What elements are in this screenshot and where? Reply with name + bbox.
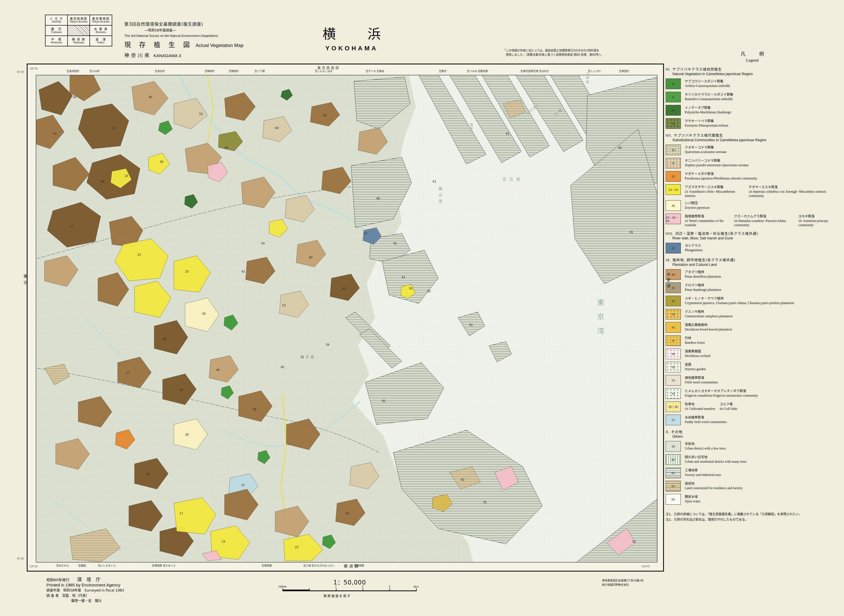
index-cell: 富 津Futtsu	[90, 36, 112, 46]
legend-swatch: 23・24	[666, 184, 681, 195]
vegetation-code-number: 61	[618, 146, 622, 150]
index-cell-name-jp: 平 塚	[51, 38, 62, 41]
edge-label-top: 至小山町	[90, 69, 100, 73]
legend-entry: 22ヤダケーメダケ群落Pseudosasa japonica-Pleioblas…	[666, 171, 839, 182]
legend-section: VII. ヤブツバキクラス域代償植生Substitutional Communi…	[666, 132, 839, 227]
legend-code-number: 45	[672, 326, 675, 329]
legend-name-latin: 24Imperata cylindrica var. koenigii- Mis…	[749, 189, 839, 198]
edge-label-bottom: 至にしかまくら	[98, 564, 116, 567]
legend-name-jp: 畑地雑草群落	[685, 375, 718, 380]
legend-sub-number: 25	[685, 219, 688, 223]
legend-name-jp: イノデータブ群集	[685, 105, 731, 110]
legend-name-latin: Paddy-field weed communities	[685, 420, 727, 424]
legend-entry-text: シバ群団Zoysion japonicae	[685, 200, 709, 210]
legend-name-latin: Pinus thunbergii plantation	[685, 288, 721, 292]
vegetation-code-number: 45	[345, 512, 349, 515]
legend-code-number: 61	[672, 471, 675, 475]
legend-name-jp: マサキートベラ群集	[685, 119, 728, 123]
agency-name-jp: 環 境 庁	[77, 577, 102, 582]
legend-name-jp: 開放水域	[685, 494, 700, 499]
edge-label-top: 至長津田町	[67, 69, 79, 73]
vegetation-code-number: 63	[427, 290, 431, 293]
vegetation-code-number: 16	[101, 180, 104, 183]
legend-swatch: 10	[666, 105, 681, 116]
legend-name-latin: Erigeron canadensis-Erigeron sumatrensis…	[685, 393, 758, 397]
legend-name-jp: 竹林	[685, 336, 705, 340]
legend-notes: 注1．凡例の詳細については，「植生調査報告書」に掲載されている「凡例解説」を参照…	[666, 512, 823, 522]
legend-name-latin: Open water	[685, 499, 700, 503]
index-cell-name-jp: 八 王 子	[50, 17, 63, 20]
legend-title-jp: 凡 例	[666, 50, 843, 57]
legend-entry: 41クロマツ植林Pinus thunbergii plantation	[666, 282, 839, 293]
legend-name-jp: ホソバカナワラビースダジイ群集	[685, 92, 733, 97]
vegetation-code-number: 23	[295, 546, 298, 549]
place-label: 木更津	[666, 272, 671, 290]
vegetation-code-number: 59	[261, 242, 265, 245]
place-label: 139°30′	[29, 67, 38, 70]
legend-entry: 30シバ群団Zoysion japonicae	[666, 200, 839, 211]
legend-name-latin: Deciduous orchard	[685, 354, 710, 358]
scale-bar-fill	[282, 590, 309, 590]
scale-tick	[389, 588, 390, 591]
index-cell-name-en: Futtsu	[97, 41, 104, 44]
legend-name-latin: Cryptomeria japonica, Chamaecyparis obtu…	[685, 301, 794, 305]
legend-sub-number: 28	[798, 219, 802, 223]
legend-name-latin: 55Cultivated meadow	[685, 407, 715, 411]
place-label: 35°20′	[17, 557, 24, 560]
legend-code-number: 43	[672, 313, 675, 316]
legend-entry: 16クヌギーコナラ群集Quercetum acutissimo-serratae	[666, 145, 839, 155]
legend-swatch: 54	[666, 388, 681, 399]
legend-section-title-jp: IX. 植林地, 耕作地植生(各クラス域共通)	[666, 257, 839, 263]
legend-name-latin: Urban district with a few trees	[685, 446, 726, 450]
legend-entry: 11マサキートベラ群集Euonymo-Pittosporetum tobirae	[666, 118, 839, 129]
legend-entry-text: ヨシクラスPhragmitetea	[685, 243, 703, 252]
survey-name: 第3回自然環境保全基礎調査(植生調査)	[124, 21, 243, 27]
index-cell: 藤 沢Fujisawa	[45, 25, 68, 36]
legend-entry-text: イノデータブ群集Polysticho-Machiletum thunbergii	[685, 105, 731, 114]
vegetation-code-number: 17	[179, 512, 183, 515]
sheet-title-en: YOKOHAMA	[293, 45, 411, 52]
index-cell-name-jp: 東京東南部	[92, 17, 110, 20]
legend-code-number: 30	[672, 204, 675, 207]
index-cell-name-jp: 木 更 津	[94, 28, 107, 31]
base-map-note-line1: 「この地図の作成に当たっては、建設省国土地理院発行の5万分の1地形図を	[503, 48, 603, 53]
scale-tick	[336, 588, 336, 591]
legend-sections: VI. ヤブツバキクラス域自然植生Natural Vegetation in C…	[666, 66, 839, 505]
scale-tick	[416, 588, 417, 591]
vegetation-code-number: 62	[633, 540, 636, 543]
edge-label-top: 至鴨居町	[204, 69, 215, 73]
legend-name-jp: オニシバリーコナラ群集	[685, 158, 749, 163]
vegetation-code-number: 57	[241, 484, 245, 487]
legend-name-jp: ヨシクラス	[685, 243, 703, 248]
place-label: 横浜港	[437, 187, 443, 205]
legend-name-latin: Field weed communities	[685, 380, 718, 384]
legend-name-latin: Pinus densiflora plantation	[685, 274, 721, 279]
map-frame: 1653174053162330596059172323301659604261…	[27, 63, 664, 572]
legend-entry-text: 落葉果樹園Deciduous orchard	[685, 349, 710, 358]
legend-sub-entry: クズーカナムグラ群落26Humulus scandens- Pueraria l…	[734, 214, 794, 227]
scale-tick-label: 1000m	[278, 585, 287, 588]
place-label: 藤沢	[22, 274, 28, 287]
legend-code-number: 16	[672, 148, 675, 152]
legend-name-latin: Pseudosasa japonica-Pleioblastus simonii…	[685, 176, 757, 180]
vegetation-code-number: 61	[483, 501, 487, 504]
vegetation-code-number: 53	[282, 304, 286, 307]
legend-code-number: 41	[672, 286, 675, 289]
legend-swatch: 52	[666, 362, 681, 373]
legend-entry: 59市街地Urban district with a few trees	[666, 441, 839, 452]
vegetation-code-number: 30	[202, 312, 205, 315]
edge-label-top: 至八丁畷	[255, 69, 265, 73]
edge-label-top: 至東田町	[619, 69, 629, 73]
publication-line-en: Printed in 1985 by Environment Agency	[46, 582, 124, 588]
scale-tick-label: 2	[362, 585, 363, 588]
legend-name-jp: チガヤーススキ群落	[749, 185, 839, 189]
legend-entry-text: 路傍雑草群落25Weed communities of the roadside…	[685, 214, 839, 227]
legend-entry: 62造成地Land constructed for residence and …	[666, 481, 839, 491]
legend-swatch: 42	[666, 296, 681, 306]
vegetation-code-number: 53	[199, 113, 203, 116]
legend-entry-text: 牧草地55Cultivated meadowゴルフ場56Golf links	[685, 401, 737, 411]
index-cell-current-sheet	[68, 25, 90, 36]
legend-entry-text: スギ・ヒノキ・サワラ植林Cryptomeria japonica, Chamae…	[685, 296, 794, 305]
legend-entry: 47竹林Bamboo forest	[666, 335, 839, 346]
legend-name-latin: 26Humulus scandens- Pueraria lobata comm…	[734, 219, 794, 227]
